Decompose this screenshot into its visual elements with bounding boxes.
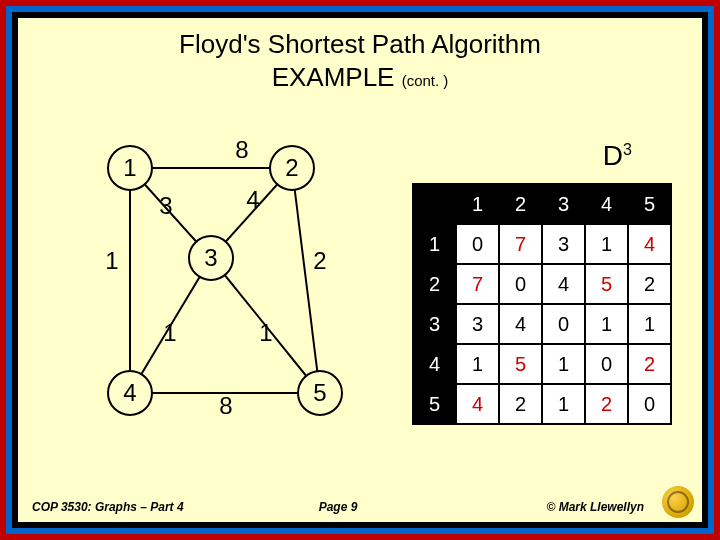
course-label: COP 3530: Graphs – Part 4 <box>32 500 236 514</box>
matrix-cell: 1 <box>585 304 628 344</box>
matrix-cell: 3 <box>456 304 499 344</box>
graph-diagram: 12345 84321118 <box>58 138 378 438</box>
distance-matrix: 12345107314270452334011415102542120 <box>412 183 672 425</box>
title-line1: Floyd's Shortest Path Algorithm <box>179 29 541 59</box>
slide: Floyd's Shortest Path Algorithm EXAMPLE … <box>18 18 702 522</box>
title-cont: (cont. ) <box>402 72 449 89</box>
matrix-row-header: 1 <box>413 224 456 264</box>
ucf-logo-icon <box>662 486 694 518</box>
graph-node-3: 3 <box>188 235 234 281</box>
edge-weight: 2 <box>313 247 326 275</box>
matrix-cell: 0 <box>456 224 499 264</box>
edge-weight: 1 <box>105 247 118 275</box>
matrix-cell: 5 <box>585 264 628 304</box>
matrix-cell: 0 <box>585 344 628 384</box>
title-line2: EXAMPLE <box>272 62 395 92</box>
matrix-label: D3 <box>603 140 632 172</box>
matrix-cell: 0 <box>628 384 671 424</box>
matrix-cell: 2 <box>585 384 628 424</box>
edge-weight: 1 <box>163 319 176 347</box>
matrix-col-header: 5 <box>628 184 671 224</box>
matrix-cell: 4 <box>628 224 671 264</box>
graph-node-1: 1 <box>107 145 153 191</box>
matrix-col-header: 1 <box>456 184 499 224</box>
graph-node-4: 4 <box>107 370 153 416</box>
matrix-sup: 3 <box>623 141 632 158</box>
matrix-cell: 1 <box>542 384 585 424</box>
matrix-cell: 4 <box>499 304 542 344</box>
footer: COP 3530: Graphs – Part 4 Page 9 © Mark … <box>18 500 702 514</box>
matrix-row-header: 5 <box>413 384 456 424</box>
matrix-cell: 1 <box>585 224 628 264</box>
matrix-col-header: 3 <box>542 184 585 224</box>
page-number: Page 9 <box>236 500 440 514</box>
matrix-row-header: 2 <box>413 264 456 304</box>
matrix-row-header: 3 <box>413 304 456 344</box>
matrix-cell: 3 <box>542 224 585 264</box>
matrix-col-header: 2 <box>499 184 542 224</box>
matrix-cell: 1 <box>542 344 585 384</box>
matrix-cell: 4 <box>456 384 499 424</box>
matrix-cell: 2 <box>628 344 671 384</box>
matrix-corner <box>413 184 456 224</box>
matrix-cell: 1 <box>456 344 499 384</box>
matrix-cell: 7 <box>499 224 542 264</box>
matrix-cell: 4 <box>542 264 585 304</box>
edge-weight: 8 <box>235 136 248 164</box>
matrix-label-text: D <box>603 140 623 171</box>
matrix-cell: 0 <box>499 264 542 304</box>
graph-node-2: 2 <box>269 145 315 191</box>
matrix-col-header: 4 <box>585 184 628 224</box>
matrix-cell: 1 <box>628 304 671 344</box>
matrix-row-header: 4 <box>413 344 456 384</box>
graph-node-5: 5 <box>297 370 343 416</box>
edge-weight: 8 <box>219 392 232 420</box>
matrix-cell: 0 <box>542 304 585 344</box>
graph-edge <box>292 168 320 393</box>
edge-weight: 4 <box>246 186 259 214</box>
edge-weight: 3 <box>159 192 172 220</box>
copyright: © Mark Llewellyn <box>440 500 688 514</box>
matrix-cell: 2 <box>499 384 542 424</box>
matrix-cell: 5 <box>499 344 542 384</box>
edge-weight: 1 <box>259 319 272 347</box>
matrix-cell: 7 <box>456 264 499 304</box>
matrix-cell: 2 <box>628 264 671 304</box>
slide-title: Floyd's Shortest Path Algorithm EXAMPLE … <box>18 28 702 93</box>
